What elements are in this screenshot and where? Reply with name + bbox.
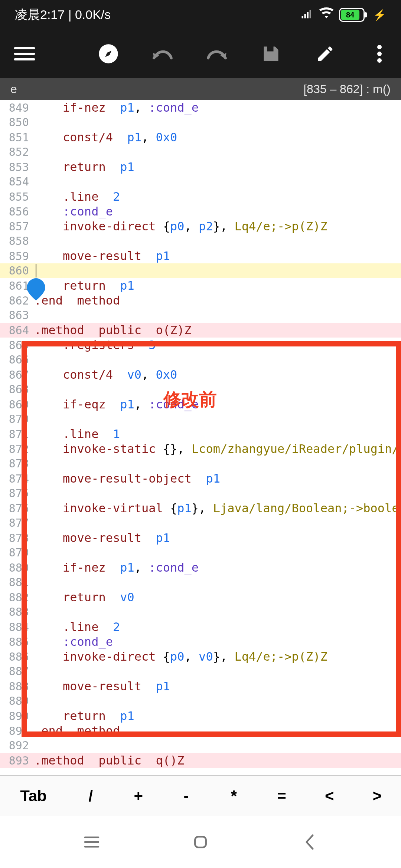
code-text[interactable]: return p1 xyxy=(33,160,401,174)
code-text[interactable]: :cond_e xyxy=(33,204,401,219)
code-line[interactable]: 860 xyxy=(0,263,401,278)
menu-button[interactable] xyxy=(14,46,35,61)
key-minus[interactable]: - xyxy=(162,776,210,816)
code-line[interactable]: 853 return p1 xyxy=(0,160,401,174)
code-text[interactable]: if-nez p1, :cond_e xyxy=(33,100,401,115)
code-line[interactable]: 873 xyxy=(0,456,401,471)
code-text[interactable]: .registers 3 xyxy=(33,338,401,352)
code-line[interactable]: 877 xyxy=(0,516,401,530)
code-line[interactable]: 878 move-result p1 xyxy=(0,530,401,545)
code-line[interactable]: 879 xyxy=(0,545,401,560)
code-line[interactable]: 857 invoke-direct {p0, p2}, Lq4/e;->p(Z)… xyxy=(0,219,401,234)
save-button[interactable] xyxy=(261,43,281,64)
code-line[interactable]: 887 xyxy=(0,664,401,679)
code-text[interactable]: move-result p1 xyxy=(33,679,401,694)
line-number: 855 xyxy=(0,190,33,204)
code-line[interactable]: 849 if-nez p1, :cond_e xyxy=(0,100,401,115)
redo-button[interactable] xyxy=(206,43,227,64)
key-plus[interactable]: + xyxy=(115,776,163,816)
code-text[interactable]: invoke-direct {p0, v0}, Lq4/e;->p(Z)Z xyxy=(33,649,401,664)
code-line[interactable]: 862.end method xyxy=(0,293,401,308)
code-text[interactable]: const/4 v0, 0x0 xyxy=(33,367,401,382)
toolbar xyxy=(0,30,401,78)
key-slash[interactable]: / xyxy=(67,776,115,816)
code-text[interactable]: invoke-static {}, Lcom/zhangyue/iReader/… xyxy=(33,441,401,456)
code-line[interactable]: 884 .line 2 xyxy=(0,619,401,634)
code-line[interactable]: 882 return v0 xyxy=(0,590,401,605)
code-text[interactable]: invoke-virtual {p1}, Ljava/lang/Boolean;… xyxy=(33,501,401,516)
code-line[interactable]: 851 const/4 p1, 0x0 xyxy=(0,130,401,145)
overflow-button[interactable] xyxy=(369,43,390,64)
line-number: 876 xyxy=(0,501,33,516)
code-line[interactable]: 892 xyxy=(0,738,401,753)
code-text[interactable]: .method public q()Z xyxy=(33,753,401,768)
code-line[interactable]: 881 xyxy=(0,575,401,590)
code-line[interactable]: 850 xyxy=(0,115,401,130)
code-line[interactable]: 870 xyxy=(0,412,401,427)
code-editor[interactable]: 849 if-nez p1, :cond_e850851 const/4 p1,… xyxy=(0,100,401,775)
code-line[interactable]: 866 xyxy=(0,352,401,367)
code-line[interactable]: 891.end method xyxy=(0,723,401,738)
code-text[interactable]: return p1 xyxy=(33,708,401,723)
code-line[interactable]: 867 const/4 v0, 0x0 xyxy=(0,367,401,382)
code-line[interactable]: 855 .line 2 xyxy=(0,189,401,204)
code-line[interactable]: 856 :cond_e xyxy=(0,204,401,219)
key-asterisk[interactable]: * xyxy=(210,776,258,816)
svg-point-6 xyxy=(377,52,382,56)
code-line[interactable]: 865 .registers 3 xyxy=(0,338,401,352)
code-line[interactable]: 875 xyxy=(0,486,401,501)
code-text[interactable]: .method public o(Z)Z xyxy=(33,323,401,338)
code-line[interactable]: 872 invoke-static {}, Lcom/zhangyue/iRea… xyxy=(0,441,401,456)
edit-button[interactable] xyxy=(315,43,336,64)
undo-button[interactable] xyxy=(152,43,173,64)
code-text[interactable]: invoke-direct {p0, p2}, Lq4/e;->p(Z)Z xyxy=(33,219,401,234)
line-number: 885 xyxy=(0,635,33,650)
code-text[interactable]: move-result p1 xyxy=(33,530,401,545)
key-tab[interactable]: Tab xyxy=(0,776,67,816)
code-text[interactable]: :cond_e xyxy=(33,634,401,649)
key-lt[interactable]: < xyxy=(306,776,353,816)
code-text[interactable]: move-result p1 xyxy=(33,249,401,263)
code-text[interactable]: .line 2 xyxy=(33,619,401,634)
line-number: 893 xyxy=(0,753,33,768)
line-number: 886 xyxy=(0,650,33,664)
code-text[interactable]: .end method xyxy=(33,293,401,308)
cursor-handle[interactable] xyxy=(27,278,45,300)
key-equals[interactable]: = xyxy=(258,776,306,816)
code-line[interactable]: 880 if-nez p1, :cond_e xyxy=(0,560,401,575)
code-line[interactable]: 859 move-result p1 xyxy=(0,249,401,263)
code-line[interactable]: 852 xyxy=(0,145,401,160)
line-number: 892 xyxy=(0,738,33,753)
code-line[interactable]: 888 move-result p1 xyxy=(0,679,401,694)
key-gt[interactable]: > xyxy=(353,776,401,816)
code-line[interactable]: 874 move-result-object p1 xyxy=(0,471,401,486)
code-text[interactable]: .end method xyxy=(33,723,401,738)
nav-home-button[interactable] xyxy=(189,831,212,853)
code-line[interactable]: 871 .line 1 xyxy=(0,427,401,441)
nav-recent-button[interactable] xyxy=(81,831,103,853)
code-text[interactable]: return v0 xyxy=(33,590,401,605)
code-line[interactable]: 893.method public q()Z xyxy=(0,753,401,768)
code-line[interactable]: 885 :cond_e xyxy=(0,634,401,649)
code-line[interactable]: 854 xyxy=(0,174,401,189)
code-text[interactable]: if-nez p1, :cond_e xyxy=(33,560,401,575)
code-line[interactable]: 889 xyxy=(0,694,401,708)
code-text[interactable]: .line 2 xyxy=(33,189,401,204)
compass-icon[interactable] xyxy=(98,43,119,64)
code-text[interactable]: return p1 xyxy=(33,278,401,293)
code-text[interactable]: const/4 p1, 0x0 xyxy=(33,130,401,145)
code-text[interactable]: .line 1 xyxy=(33,427,401,441)
code-text[interactable]: if-eqz p1, :cond_e xyxy=(33,397,401,412)
line-number: 881 xyxy=(0,575,33,590)
code-line[interactable]: 886 invoke-direct {p0, v0}, Lq4/e;->p(Z)… xyxy=(0,649,401,664)
svg-text:84: 84 xyxy=(346,11,355,19)
code-line[interactable]: 864.method public o(Z)Z xyxy=(0,323,401,338)
code-line[interactable]: 890 return p1 xyxy=(0,708,401,723)
code-text[interactable]: move-result-object p1 xyxy=(33,471,401,486)
nav-back-button[interactable] xyxy=(298,831,320,853)
code-line[interactable]: 858 xyxy=(0,234,401,249)
code-line[interactable]: 876 invoke-virtual {p1}, Ljava/lang/Bool… xyxy=(0,501,401,516)
code-line[interactable]: 863 xyxy=(0,308,401,323)
code-line[interactable]: 883 xyxy=(0,605,401,619)
code-line[interactable]: 861 return p1 xyxy=(0,278,401,293)
